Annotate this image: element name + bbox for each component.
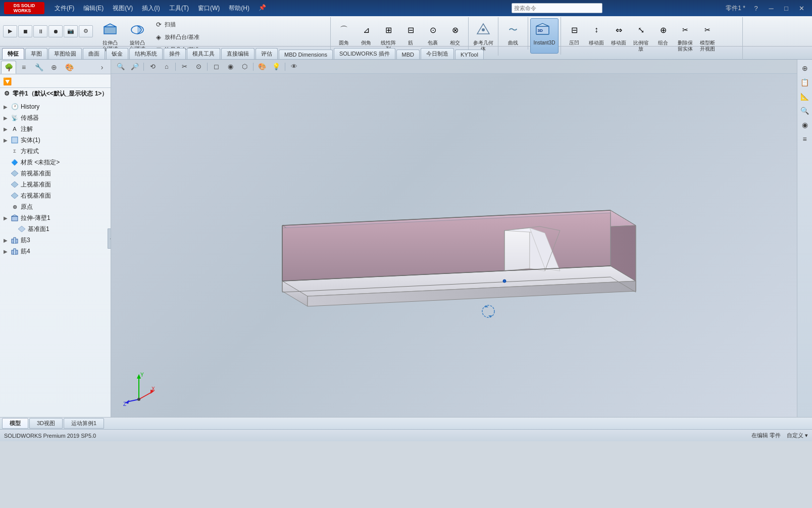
camera-btn[interactable]: 📷: [64, 25, 78, 37]
minimize-btn[interactable]: ─: [765, 3, 778, 14]
expand-history[interactable]: ▶: [2, 103, 9, 110]
tree-item-rib3[interactable]: ▶ 筋3: [0, 235, 111, 246]
panel-tab-3d[interactable]: ⊕: [46, 61, 62, 74]
menu-file[interactable]: 文件(F): [50, 3, 78, 14]
play-btn[interactable]: ▶: [3, 25, 17, 37]
rs-menu-btn[interactable]: ≡: [798, 132, 811, 146]
hidden-lines-btn[interactable]: ◉: [225, 61, 236, 72]
tab-today-mfg[interactable]: 今日制造: [421, 48, 454, 59]
rs-search-btn[interactable]: 🔍: [798, 104, 811, 117]
restore-btn[interactable]: □: [780, 3, 793, 14]
expand-solid[interactable]: ▶: [2, 136, 9, 144]
panel-tab-display[interactable]: 🎨: [62, 61, 77, 74]
tree-item-history[interactable]: ▶ 🕐 History: [0, 101, 111, 112]
tab-direct-edit[interactable]: 直接编辑: [221, 48, 255, 59]
panel-tab-feature[interactable]: 🌳: [1, 61, 16, 74]
tree-item-equations[interactable]: ▶ Σ 方程式: [0, 146, 111, 157]
panel-collapse-btn[interactable]: ‹: [108, 228, 111, 249]
tab-mbd-dim[interactable]: MBD Dimensions: [279, 50, 333, 59]
tab-eval[interactable]: 评估: [256, 48, 278, 59]
display-style-btn[interactable]: ◻: [211, 61, 222, 72]
panel-tab-config[interactable]: 🔧: [31, 61, 46, 74]
tree-item-right-plane[interactable]: ▶ 右视基准面: [0, 190, 111, 201]
help-btn[interactable]: ?: [749, 3, 763, 14]
tab-sketch-draw[interactable]: 草图绘圆: [48, 48, 82, 59]
tab-weldments[interactable]: 操件: [164, 48, 186, 59]
bottom-tab-motion[interactable]: 运动算例1: [64, 418, 104, 429]
expand-sensors[interactable]: ▶: [2, 114, 9, 121]
tree-item-origin[interactable]: ▶ ⊕ 原点: [0, 201, 111, 212]
tree-root[interactable]: ⚙ 零件1（默认<<默认_显示状态 1>）: [0, 88, 111, 99]
record-btn[interactable]: ⏺: [48, 25, 63, 37]
tree-item-solid[interactable]: ▶ 实体(1): [0, 134, 111, 146]
tree-item-rib4[interactable]: ▶ 筋4: [0, 246, 111, 257]
menu-view[interactable]: 视图(V): [109, 3, 137, 14]
tab-sketch[interactable]: 草图: [25, 48, 47, 59]
options-btn[interactable]: ⚙: [79, 25, 93, 37]
3d-viewport[interactable]: 🔍 🔎 ⟲ ⌂ ✂ ⊙ ◻ ◉ ⬡ 🎨 💡 👁: [111, 60, 797, 417]
tab-kytool[interactable]: KYTool: [455, 50, 484, 59]
tab-features[interactable]: 特征: [2, 48, 24, 59]
svg-rect-0: [104, 27, 116, 34]
close-btn[interactable]: ✕: [795, 3, 808, 14]
view-orientation-btn[interactable]: ⊙: [193, 61, 204, 72]
move-face2-btn[interactable]: ⇔ 移动面: [607, 18, 630, 55]
pause-btn[interactable]: ⏸: [33, 25, 47, 37]
zoom-to-fit-btn[interactable]: 🔍: [115, 61, 126, 72]
tab-surface[interactable]: 曲面: [83, 48, 105, 59]
tree-item-material[interactable]: ▶ 🔷 材质 <未指定>: [0, 157, 111, 168]
rs-clipboard-btn[interactable]: 📋: [798, 76, 811, 89]
tab-sheetmetal[interactable]: 钣金: [106, 48, 128, 59]
menu-insert[interactable]: 插入(I): [138, 3, 164, 14]
shaded-btn[interactable]: ⬡: [239, 61, 250, 72]
status-customize[interactable]: 自定义 ▾: [787, 432, 808, 439]
expand-boss-thin[interactable]: ▶: [2, 214, 9, 221]
sweep-btn[interactable]: ⟳扫描: [151, 18, 202, 30]
del-solid-btn[interactable]: ✂ 删除保留实体: [674, 18, 696, 55]
panel-tab-property[interactable]: ≡: [16, 61, 31, 74]
loft-btn[interactable]: ◈放样凸台/基准: [151, 31, 202, 43]
menu-pin[interactable]: 📌: [255, 3, 270, 14]
menu-help[interactable]: 帮助(H): [225, 3, 253, 14]
rs-add-btn[interactable]: ⊕: [798, 62, 811, 75]
tab-mold[interactable]: 模具工具: [187, 48, 220, 59]
tab-sw-plugins[interactable]: SOLIDWORKS 插件: [334, 48, 395, 59]
expand-annotations[interactable]: ▶: [2, 125, 9, 132]
tree-item-front-plane[interactable]: ▶ 前视基准面: [0, 168, 111, 179]
panel-forward-btn[interactable]: ›: [94, 61, 110, 74]
model-break-btn[interactable]: ✂ 模型断开视图: [696, 18, 719, 55]
tree-item-top-plane[interactable]: ▶ 上视基准面: [0, 179, 111, 190]
expand-rib4[interactable]: ▶: [2, 248, 9, 255]
standard-views-btn[interactable]: ⌂: [161, 61, 172, 72]
menu-window[interactable]: 窗口(W): [194, 3, 224, 14]
rs-circle-btn[interactable]: ◉: [798, 118, 811, 131]
move-face-btn[interactable]: ↕ 移动面: [585, 18, 607, 55]
main-area: 🌳 ≡ 🔧 ⊕ 🎨 › 🔽 ⚙ 零件1（默认<<默认_显示状态 1>） ▶ 🕐: [0, 60, 812, 417]
stop-btn[interactable]: ⏹: [18, 25, 32, 37]
zoom-in-btn[interactable]: 🔎: [129, 61, 140, 72]
tab-mbd[interactable]: MBD: [396, 50, 420, 59]
tree-item-sketch1[interactable]: ▶ 基准面1: [0, 223, 111, 235]
tree-item-boss-thin[interactable]: ▶ 拉伸-薄壁1: [0, 212, 111, 223]
expand-rib3[interactable]: ▶: [2, 237, 9, 244]
menu-tools[interactable]: 工具(T): [165, 3, 193, 14]
appearance-btn[interactable]: 🎨: [257, 61, 268, 72]
indent-btn[interactable]: ⊟ 压凹: [563, 18, 585, 55]
rs-measure-btn[interactable]: 📐: [798, 90, 811, 103]
section-view-btn[interactable]: ✂: [179, 61, 190, 72]
camera-view-btn[interactable]: 👁: [288, 61, 299, 72]
tree-item-annotations[interactable]: ▶ A 注解: [0, 123, 111, 134]
search-input[interactable]: [512, 3, 602, 13]
previous-view-btn[interactable]: ⟲: [147, 61, 158, 72]
menu-edit[interactable]: 编辑(E): [79, 3, 108, 14]
lights-btn[interactable]: 💡: [271, 61, 282, 72]
scale-btn[interactable]: ⤡ 比例缩放: [630, 18, 652, 55]
instant3d-btn[interactable]: 3D Instant3D: [530, 18, 559, 54]
tree-item-sensors[interactable]: ▶ 📡 传感器: [0, 112, 111, 123]
curves-btn[interactable]: 〜 曲线: [500, 18, 526, 49]
bottom-tab-3dview[interactable]: 3D视图: [29, 418, 63, 429]
annotations-icon: A: [10, 124, 19, 133]
tab-struct[interactable]: 结构系统: [129, 48, 163, 59]
combine-btn[interactable]: ⊕ 组合: [652, 18, 674, 55]
bottom-tab-model[interactable]: 模型: [2, 418, 28, 429]
